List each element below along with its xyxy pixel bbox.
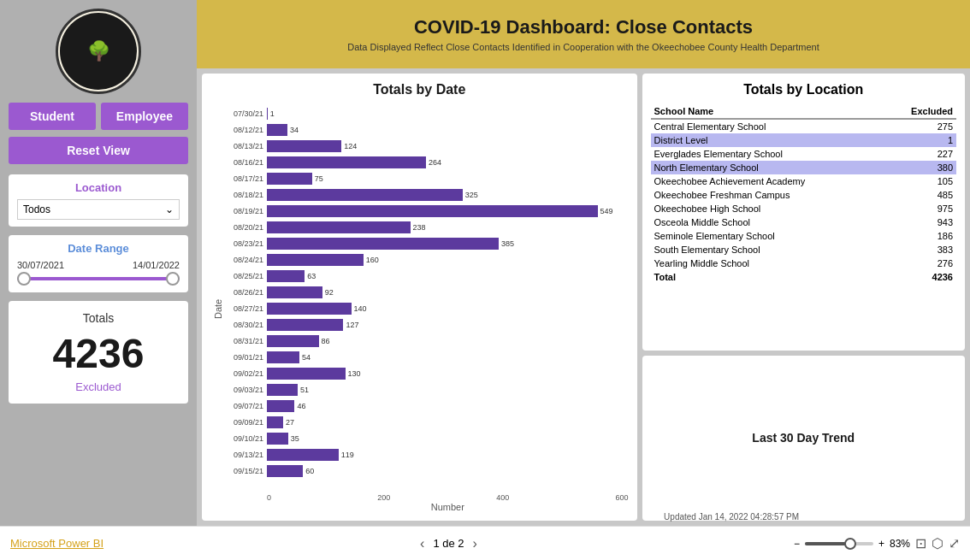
total-row: Total4236 bbox=[651, 270, 956, 284]
next-page-button[interactable]: › bbox=[473, 536, 477, 551]
bar-value-label: 27 bbox=[283, 416, 294, 428]
student-button[interactable]: Student bbox=[9, 103, 96, 130]
bar-track[interactable]: 1 bbox=[267, 108, 629, 120]
school-name: District Level bbox=[651, 133, 884, 147]
bar-track[interactable]: 86 bbox=[267, 335, 629, 347]
date-slider-track[interactable] bbox=[17, 277, 180, 280]
bar-row: 08/31/2186 bbox=[226, 333, 629, 349]
school-name: Okeechobee High School bbox=[651, 202, 884, 215]
bar-fill bbox=[267, 465, 303, 477]
bar-track[interactable]: 46 bbox=[267, 400, 629, 412]
date-end: 14/01/2022 bbox=[133, 260, 180, 270]
bar-track[interactable]: 27 bbox=[267, 416, 629, 428]
bar-track[interactable]: 63 bbox=[267, 270, 629, 282]
location-row[interactable]: Okeechobee High School975 bbox=[651, 202, 956, 215]
bar-value-label: 264 bbox=[426, 156, 441, 168]
location-select[interactable]: Todos ⌄ bbox=[17, 199, 180, 220]
bar-track[interactable]: 75 bbox=[267, 173, 629, 185]
bar-fill bbox=[267, 416, 283, 428]
bottom-bar: Microsoft Power BI ‹ 1 de 2 › − + 83% ⊡ … bbox=[0, 526, 970, 560]
expand-icon[interactable]: ⤢ bbox=[949, 535, 960, 551]
bar-track[interactable]: 124 bbox=[267, 140, 629, 152]
bar-track[interactable]: 119 bbox=[267, 449, 629, 461]
bar-track[interactable]: 130 bbox=[267, 368, 629, 380]
location-row[interactable]: District Level1 bbox=[651, 133, 956, 147]
bar-row: 08/17/2175 bbox=[226, 171, 629, 186]
powerbi-link[interactable]: Microsoft Power BI bbox=[10, 537, 104, 550]
totals-excluded: Excluded bbox=[17, 380, 180, 393]
bar-date: 08/19/21 bbox=[226, 207, 267, 215]
location-row[interactable]: Okeechobee Freshman Campus485 bbox=[651, 188, 956, 202]
bar-track[interactable]: 92 bbox=[267, 286, 629, 298]
bar-fill bbox=[267, 303, 352, 315]
zoom-plus-icon[interactable]: + bbox=[878, 538, 884, 550]
bar-date: 07/30/21 bbox=[226, 109, 267, 118]
location-row[interactable]: Seminole Elementary School186 bbox=[651, 229, 956, 243]
employee-button[interactable]: Employee bbox=[101, 103, 188, 130]
bar-fill bbox=[267, 156, 426, 168]
view-toggle: Student Employee bbox=[9, 103, 188, 130]
zoom-thumb[interactable] bbox=[844, 538, 856, 550]
zoom-minus-icon[interactable]: − bbox=[794, 538, 800, 550]
sidebar: 🌳 Student Employee Reset View Location T… bbox=[0, 0, 197, 560]
excluded-value: 105 bbox=[884, 174, 956, 188]
zoom-bar: − + 83% ⊡ ⬡ ⤢ bbox=[794, 535, 960, 551]
bar-track[interactable]: 140 bbox=[267, 303, 629, 315]
bar-date: 09/15/21 bbox=[226, 467, 267, 475]
location-row[interactable]: Osceola Middle School943 bbox=[651, 215, 956, 229]
chevron-down-icon: ⌄ bbox=[165, 203, 174, 215]
slider-right-thumb[interactable] bbox=[166, 272, 180, 286]
excluded-value: 186 bbox=[884, 229, 956, 243]
bar-track[interactable]: 35 bbox=[267, 433, 629, 445]
bar-fill bbox=[267, 400, 294, 412]
bar-date: 08/20/21 bbox=[226, 223, 267, 232]
location-row[interactable]: Everglades Elementary School227 bbox=[651, 147, 956, 161]
share-icon[interactable]: ⬡ bbox=[932, 535, 943, 551]
x-axis-label: Number bbox=[226, 502, 629, 512]
bar-value-label: 549 bbox=[598, 205, 613, 217]
bar-date: 08/13/21 bbox=[226, 142, 267, 150]
bar-track[interactable]: 325 bbox=[267, 189, 629, 201]
totals-box: Totals 4236 Excluded bbox=[9, 301, 188, 404]
slider-left-thumb[interactable] bbox=[17, 272, 31, 286]
bar-track[interactable]: 34 bbox=[267, 124, 629, 136]
zoom-slider[interactable] bbox=[805, 542, 873, 545]
excluded-value: 383 bbox=[884, 243, 956, 256]
bar-fill bbox=[267, 254, 364, 266]
bar-value-label: 34 bbox=[287, 124, 299, 136]
bar-track[interactable]: 54 bbox=[267, 351, 629, 363]
bar-track[interactable]: 264 bbox=[267, 156, 629, 168]
location-value: Todos bbox=[23, 203, 50, 215]
location-row[interactable]: Central Elementary School275 bbox=[651, 119, 956, 133]
y-axis-label: Date bbox=[210, 106, 226, 512]
totals-number: 4236 bbox=[17, 330, 180, 377]
chart-area: Date 07/30/21108/12/213408/13/2112408/16… bbox=[210, 106, 629, 512]
bar-value-label: 124 bbox=[341, 140, 357, 152]
location-row[interactable]: Yearling Middle School276 bbox=[651, 256, 956, 270]
bar-fill bbox=[267, 335, 319, 347]
bar-fill bbox=[267, 351, 299, 363]
bar-track[interactable]: 160 bbox=[267, 254, 629, 266]
bar-track[interactable]: 51 bbox=[267, 384, 629, 396]
bar-track[interactable]: 60 bbox=[267, 465, 629, 477]
bars-container: 07/30/21108/12/213408/13/2112408/16/2126… bbox=[226, 106, 629, 490]
bar-value-label: 54 bbox=[299, 351, 311, 363]
location-row[interactable]: Okeechobee Achievement Academy105 bbox=[651, 174, 956, 188]
bar-fill bbox=[267, 173, 312, 185]
bar-value-label: 35 bbox=[288, 433, 299, 445]
bar-track[interactable]: 127 bbox=[267, 319, 629, 331]
location-row[interactable]: North Elementary School380 bbox=[651, 161, 956, 174]
bar-track[interactable]: 238 bbox=[267, 221, 629, 233]
bar-track[interactable]: 549 bbox=[267, 205, 629, 217]
bar-row: 08/19/21549 bbox=[226, 203, 629, 219]
dashboard-subtitle: Data Displayed Reflect Close Contacts Id… bbox=[214, 42, 953, 52]
location-row[interactable]: South Elementary School383 bbox=[651, 243, 956, 256]
bar-track[interactable]: 385 bbox=[267, 238, 629, 250]
total-value: 4236 bbox=[884, 270, 956, 284]
bar-fill bbox=[267, 238, 499, 250]
bar-date: 08/30/21 bbox=[226, 321, 267, 329]
reset-button[interactable]: Reset View bbox=[9, 137, 188, 164]
bar-fill bbox=[267, 270, 305, 282]
prev-page-button[interactable]: ‹ bbox=[420, 536, 424, 551]
fullscreen-icon[interactable]: ⊡ bbox=[915, 535, 926, 551]
